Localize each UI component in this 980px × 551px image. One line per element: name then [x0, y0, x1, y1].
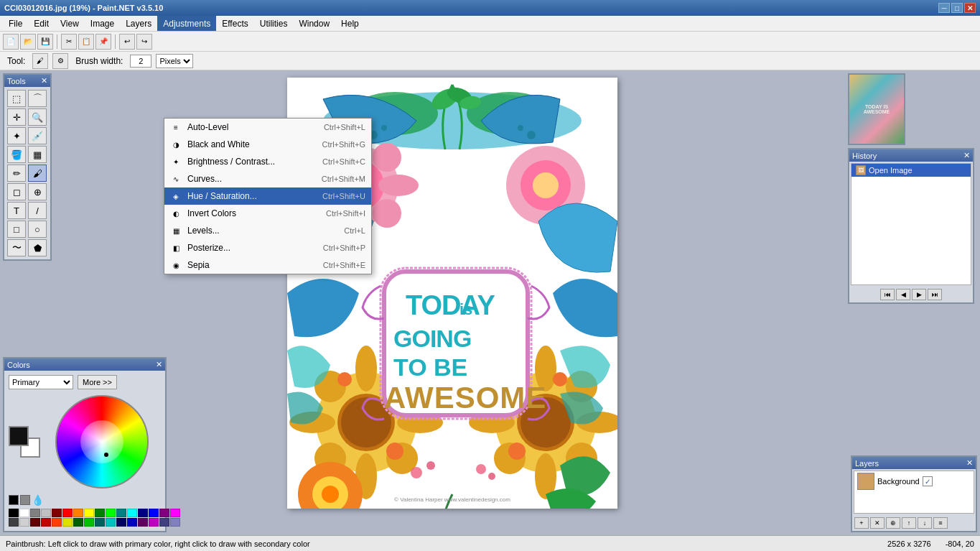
palette-lightgray[interactable] [19, 518, 29, 527]
menu-adjustments[interactable]: Adjustments [157, 16, 216, 31]
layers-add[interactable]: + [854, 517, 869, 529]
history-first[interactable]: ⏮ [880, 289, 895, 300]
toolbar-redo[interactable]: ↪ [136, 34, 152, 50]
palette-blue[interactable] [149, 509, 159, 517]
history-last[interactable]: ⏭ [928, 289, 942, 300]
palette-medgreen[interactable] [84, 518, 94, 527]
palette-darkred[interactable] [41, 518, 51, 527]
menu-window[interactable]: Window [293, 16, 335, 31]
tool-zoom[interactable]: 🔍 [28, 108, 47, 126]
colors-panel-close[interactable]: ✕ [156, 360, 162, 369]
menu-item-hue-saturation[interactable]: ◈ Hue / Saturation... Ctrl+Shift+U [164, 187, 371, 205]
palette-teal[interactable] [116, 509, 126, 517]
fg-color-swatch[interactable] [9, 426, 29, 446]
palette-white[interactable] [19, 509, 29, 517]
black-swatch[interactable] [9, 495, 19, 505]
palette-darkmaroon[interactable] [30, 518, 40, 527]
toolbar-save[interactable]: 💾 [37, 34, 53, 50]
palette-silver[interactable] [41, 509, 51, 517]
layers-up[interactable]: ↑ [902, 517, 916, 529]
menu-item-posterize[interactable]: ◧ Posterize... Ctrl+Shift+P [164, 239, 371, 256]
palette-purple[interactable] [159, 509, 169, 517]
palette-periwinkle[interactable] [170, 518, 180, 527]
palette-orange[interactable] [73, 509, 83, 517]
toolbar-cut[interactable]: ✂ [61, 34, 77, 50]
toolbar-copy[interactable]: 📋 [78, 34, 94, 50]
tool-ellipse[interactable]: ○ [28, 221, 47, 238]
palette-slateblue[interactable] [159, 518, 169, 527]
palette-darkteal[interactable] [95, 518, 105, 527]
tool-magic-wand[interactable]: ✦ [7, 127, 26, 144]
menu-layers[interactable]: Layers [120, 16, 157, 31]
menu-effects[interactable]: Effects [216, 16, 253, 31]
layer-visibility[interactable]: ✓ [923, 476, 933, 486]
tool-pencil[interactable]: ✏ [7, 165, 26, 182]
tool-rectangle-select[interactable]: ⬚ [7, 90, 26, 107]
menu-item-brightness-contrast[interactable]: ✦ Brightness / Contrast... Ctrl+Shift+C [164, 153, 371, 170]
tool-freeform[interactable]: 〜 [7, 239, 26, 256]
palette-darkpurple[interactable] [138, 518, 148, 527]
tool-shapes[interactable]: □ [7, 221, 26, 238]
tool-polygon[interactable]: ⬟ [28, 239, 47, 256]
tool-paint-bucket[interactable]: 🪣 [7, 146, 26, 163]
color-wheel[interactable] [55, 395, 149, 489]
menu-file[interactable]: File [3, 16, 28, 31]
palette-darknavy[interactable] [116, 518, 126, 527]
layers-delete[interactable]: ✕ [870, 517, 885, 529]
menu-item-curves[interactable]: ∿ Curves... Ctrl+Shift+M [164, 170, 371, 187]
menu-image[interactable]: Image [85, 16, 120, 31]
layers-merge[interactable]: ≡ [933, 517, 948, 529]
tool-lasso-select[interactable]: ⌒ [28, 90, 47, 107]
tool-paintbrush[interactable]: 🖌 [28, 165, 47, 182]
palette-lime[interactable] [106, 509, 116, 517]
palette-medteal[interactable] [106, 518, 116, 527]
history-prev[interactable]: ◀ [896, 289, 910, 300]
toolbar-open[interactable]: 📂 [20, 34, 36, 50]
menu-item-sepia[interactable]: ◉ Sepia Ctrl+Shift+E [164, 256, 371, 274]
maximize-button[interactable]: □ [951, 3, 963, 13]
palette-maroon[interactable] [52, 509, 62, 517]
palette-navy[interactable] [138, 509, 148, 517]
tool-line[interactable]: / [28, 202, 47, 219]
gray-swatch[interactable] [20, 495, 30, 505]
palette-cyan[interactable] [127, 509, 137, 517]
palette-darkyellow[interactable] [62, 518, 73, 527]
close-button[interactable]: ✕ [964, 3, 976, 13]
units-select[interactable]: Pixels [156, 54, 193, 68]
tool-gradient[interactable]: ▦ [28, 146, 47, 163]
layers-down[interactable]: ↓ [918, 517, 932, 529]
menu-help[interactable]: Help [335, 16, 365, 31]
menu-edit[interactable]: Edit [28, 16, 55, 31]
tool-move[interactable]: ✛ [7, 108, 26, 126]
palette-darkgreen[interactable] [73, 518, 83, 527]
menu-item-auto-level[interactable]: ≡ Auto-Level Ctrl+Shift+L [164, 119, 371, 136]
palette-black[interactable] [9, 509, 19, 517]
tool-text[interactable]: T [7, 202, 26, 219]
menu-view[interactable]: View [55, 16, 85, 31]
palette-medblue[interactable] [127, 518, 137, 527]
palette-redorange[interactable] [52, 518, 62, 527]
menu-item-levels[interactable]: ▦ Levels... Ctrl+L [164, 222, 371, 239]
tool-color-picker[interactable]: 💉 [28, 127, 47, 144]
palette-medpurple[interactable] [149, 518, 159, 527]
history-panel-close[interactable]: ✕ [963, 151, 970, 160]
palette-green[interactable] [95, 509, 105, 517]
menu-utilities[interactable]: Utilities [254, 16, 294, 31]
minimize-button[interactable]: ─ [938, 3, 950, 13]
color-type-select[interactable]: Primary Secondary [9, 375, 73, 389]
tool-stamp[interactable]: ⊕ [28, 183, 47, 200]
toolbar-new[interactable]: 📄 [3, 34, 19, 50]
toolbar-paste[interactable]: 📌 [95, 34, 111, 50]
palette-darkgray[interactable] [9, 518, 19, 527]
tool-eraser[interactable]: ◻ [7, 183, 26, 200]
menu-item-black-white[interactable]: ◑ Black and White Ctrl+Shift+G [164, 136, 371, 153]
menu-item-invert-colors[interactable]: ◐ Invert Colors Ctrl+Shift+I [164, 205, 371, 222]
history-next[interactable]: ▶ [912, 289, 926, 300]
brush-width-input[interactable]: 2 [130, 55, 151, 68]
more-colors-button[interactable]: More >> [78, 375, 117, 389]
tools-panel-close[interactable]: ✕ [41, 76, 47, 85]
layer-background[interactable]: Background ✓ [854, 471, 974, 491]
palette-magenta[interactable] [170, 509, 180, 517]
palette-yellow[interactable] [84, 509, 94, 517]
layers-panel-close[interactable]: ✕ [966, 458, 973, 468]
